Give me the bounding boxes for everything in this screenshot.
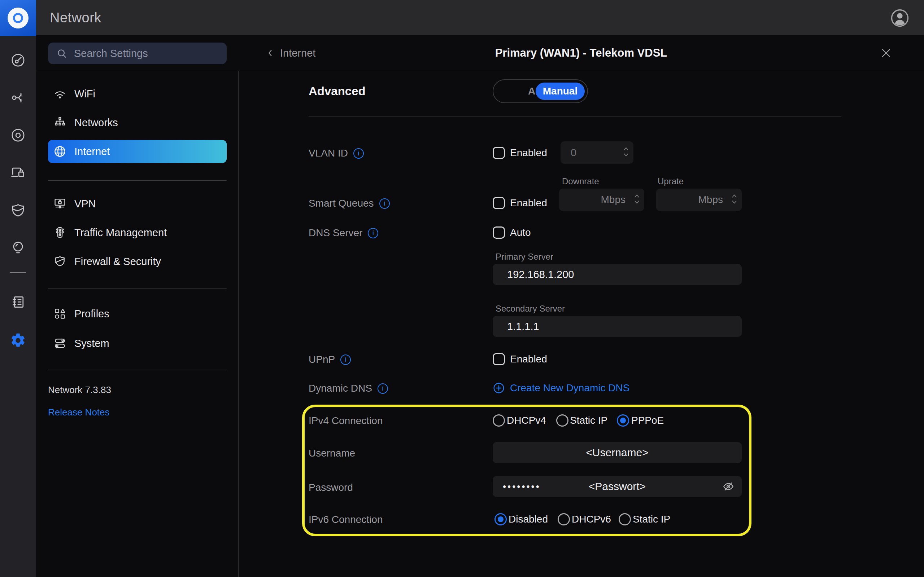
sidebar-item-profiles[interactable]: Profiles [48,302,227,325]
unifi-logo[interactable] [0,0,36,36]
vlan-id-input[interactable]: 0 [561,141,633,164]
unifi-logo-ring [13,13,23,23]
sidebar-item-firewall-security[interactable]: Firewall & Security [48,250,227,273]
eye-off-icon [722,480,735,493]
ipv6-dhcpv6-radio[interactable] [558,513,570,525]
sidebar-item-label: VPN [74,198,96,210]
vlan-id-label: VLAN ID [309,147,364,160]
release-notes-link[interactable]: Release Notes [48,407,110,418]
sidebar-item-label: Networks [74,117,118,129]
devices-icon[interactable] [7,124,29,146]
rail-divider [10,272,26,272]
security-icon[interactable] [7,200,29,221]
upnp-enabled-checkbox[interactable] [493,353,505,365]
vpn-icon [53,197,67,211]
create-dynamic-dns-text: Create New Dynamic DNS [510,382,630,394]
settings-sidebar: WiFi Networks Internet VPN Traffic Manag… [36,35,238,577]
header-divider [36,71,924,71]
dns-auto-label: Auto [510,226,531,239]
sidebar-item-traffic-management[interactable]: Traffic Management [48,221,227,244]
username-label: Username [309,447,355,460]
upnp-enabled-label: Enabled [510,353,547,366]
close-icon [880,47,892,59]
traffic-light-icon [53,226,67,239]
ipv6-disabled-radio[interactable] [494,513,507,525]
settings-gear-icon[interactable] [7,330,29,351]
panel-header: Internet Primary (WAN1) - Telekom VDSL [238,35,924,71]
ipv6-static-ip-radio[interactable] [619,513,631,525]
section-divider [309,116,842,116]
info-icon[interactable] [368,228,378,239]
stepper-icon[interactable] [731,193,737,206]
upnp-label: UPnP [309,353,351,366]
shapes-icon [53,307,67,321]
icon-rail [0,0,36,577]
ipv4-dhcpv4-radio[interactable] [493,414,505,427]
vlan-enabled-checkbox[interactable] [493,147,505,159]
dashboard-icon[interactable] [7,49,29,71]
vlan-enabled-label: Enabled [510,147,547,160]
smart-queues-enabled-checkbox[interactable] [493,197,505,209]
password-label-text: Password [309,482,353,493]
password-input[interactable]: •••••••• <Passwort> [493,476,742,497]
dns-server-label-text: DNS Server [309,227,362,239]
secondary-dns-value: 1.1.1.1 [493,321,539,332]
ipv4-pppoe-label: PPPoE [631,414,664,427]
sidebar-item-label: Internet [74,146,110,158]
uprate-input[interactable]: Mbps [656,189,742,211]
user-avatar[interactable] [890,8,909,28]
search-input[interactable] [48,43,227,64]
downrate-input[interactable]: Mbps [559,189,644,211]
sidebar-item-vpn[interactable]: VPN [48,192,227,215]
close-button[interactable] [880,47,892,59]
sidebar-section-divider [48,288,227,289]
section-heading: Advanced [309,84,366,98]
stepper-icon[interactable] [623,146,629,160]
secondary-server-label: Secondary Server [496,304,565,314]
shield-slash-icon [53,255,67,268]
ipv4-dhcpv4-label: DHCPv4 [507,414,546,427]
app-title: Network [50,10,102,26]
upnp-label-text: UPnP [309,354,335,365]
create-dynamic-dns-link[interactable]: Create New Dynamic DNS [493,382,630,394]
primary-server-label: Primary Server [496,252,553,262]
downrate-label: Downrate [562,176,599,187]
sidebar-item-internet[interactable]: Internet [48,140,227,163]
uprate-label: Uprate [657,176,683,187]
info-icon[interactable] [380,198,390,209]
ipv4-pppoe-radio[interactable] [617,414,629,427]
app-version: Network 7.3.83 [48,384,111,396]
dns-auto-checkbox[interactable] [493,226,505,239]
ipv6-connection-label: IPv6 Connection [309,513,383,526]
toggle-password-visibility-button[interactable] [722,480,735,493]
system-log-icon[interactable] [7,291,29,313]
topology-icon[interactable] [7,87,29,108]
wifi-icon [53,87,67,101]
mode-manual-option[interactable]: Manual [536,82,585,100]
sidebar-item-wifi[interactable]: WiFi [48,82,227,105]
smart-queues-label: Smart Queues [309,197,390,210]
vlan-id-value: 0 [561,147,577,159]
username-input[interactable]: <Username> [493,442,742,463]
secondary-dns-input[interactable]: 1.1.1.1 [493,316,742,337]
insights-icon[interactable] [7,237,29,259]
password-label: Password [309,481,353,494]
dynamic-dns-label: Dynamic DNS [309,382,388,395]
top-bar: Network [36,0,924,35]
sidebar-item-networks[interactable]: Networks [48,111,227,134]
ipv4-connection-label: IPv4 Connection [309,414,383,427]
ipv6-disabled-label: Disabled [509,513,548,526]
clients-icon[interactable] [7,162,29,184]
ipv6-connection-label-text: IPv6 Connection [309,514,383,525]
sidebar-section-divider [48,180,227,181]
ipv6-dhcpv6-label: DHCPv6 [572,513,611,526]
stepper-icon[interactable] [634,193,640,206]
primary-dns-input[interactable]: 192.168.1.200 [493,264,742,285]
networks-tree-icon [53,116,67,129]
ipv4-static-ip-label: Static IP [570,414,607,427]
info-icon[interactable] [353,148,364,159]
ipv4-static-ip-radio[interactable] [556,414,569,427]
info-icon[interactable] [340,355,351,365]
info-icon[interactable] [378,384,388,394]
sidebar-item-system[interactable]: System [48,332,227,355]
